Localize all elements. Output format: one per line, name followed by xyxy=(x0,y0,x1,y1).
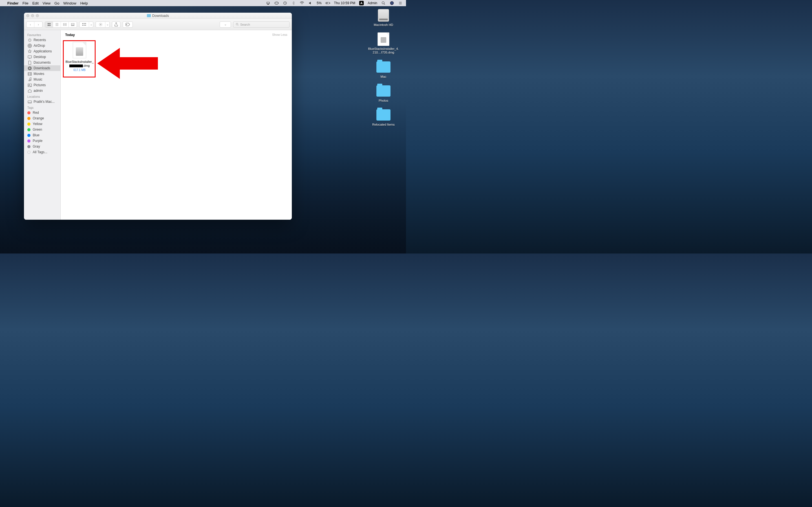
zoom-window-button[interactable] xyxy=(36,14,39,17)
sidebar-item-downloads[interactable]: Downloads xyxy=(24,65,60,71)
sidebar-icon xyxy=(28,49,32,53)
battery-icon[interactable] xyxy=(326,1,330,5)
sidebar-item-airdrop[interactable]: AirDrop xyxy=(24,43,60,48)
menu-help[interactable]: Help xyxy=(80,1,88,5)
svg-rect-35 xyxy=(28,101,32,103)
sidebar-item-recents[interactable]: Recents xyxy=(24,37,60,43)
app-name[interactable]: Finder xyxy=(7,1,18,5)
file-size: 617.1 MB xyxy=(73,68,86,71)
sidebar-tag-green[interactable]: Green xyxy=(24,127,60,132)
desktop-item-label: BlueStacksInstaller_4.210....f735.dmg xyxy=(368,47,399,54)
svg-rect-9 xyxy=(49,23,50,24)
action-menu-button[interactable]: ⌄ xyxy=(96,21,110,27)
sidebar-item-admin[interactable]: admin xyxy=(24,88,60,94)
spotlight-icon[interactable] xyxy=(381,1,386,5)
sidebar-tag-yellow[interactable]: Yellow xyxy=(24,121,60,127)
menu-view[interactable]: View xyxy=(43,1,50,5)
group-by-button[interactable]: ⌄ xyxy=(79,21,93,27)
column-view-button[interactable] xyxy=(61,22,69,27)
siri-icon[interactable] xyxy=(390,1,394,5)
svg-point-0 xyxy=(275,2,278,4)
show-less-button[interactable]: Show Less xyxy=(272,33,287,37)
sidebar-icon xyxy=(28,77,32,81)
sidebar-item-pictures[interactable]: Pictures xyxy=(24,82,60,88)
sidebar-tag-label: Orange xyxy=(33,116,44,120)
sidebar-item-applications[interactable]: Applications xyxy=(24,48,60,54)
finder-toolbar: ‹ › ⌄ ⌄ xyxy=(24,19,292,30)
notification-center-icon[interactable] xyxy=(398,1,403,5)
sidebar-item-label: Pictures xyxy=(34,83,46,87)
tag-dot-icon xyxy=(28,134,31,137)
svg-rect-19 xyxy=(82,25,83,25)
svg-point-23 xyxy=(126,24,127,25)
wifi-icon[interactable] xyxy=(300,1,304,5)
list-view-button[interactable] xyxy=(53,22,61,27)
tag-dot-icon xyxy=(28,145,31,148)
sidebar-location-item[interactable]: Pratik's Mac... xyxy=(24,99,60,105)
user-switcher-icon[interactable]: A xyxy=(359,1,364,5)
sidebar-tag-alltags[interactable]: All Tags... xyxy=(24,149,60,155)
svg-rect-21 xyxy=(85,25,86,25)
svg-rect-11 xyxy=(49,25,50,26)
svg-rect-3 xyxy=(329,3,330,3)
sidebar-item-music[interactable]: Music xyxy=(24,76,60,82)
back-button[interactable]: ‹ xyxy=(27,22,35,27)
time-machine-icon[interactable] xyxy=(283,1,287,5)
gallery-view-button[interactable] xyxy=(69,22,77,27)
sidebar-icon xyxy=(28,38,32,42)
desktop-item-macintosh-hd[interactable]: Macintosh HD xyxy=(373,8,393,27)
file-name: BlueStacksInstaller_.dmg xyxy=(64,60,94,68)
svg-rect-14 xyxy=(72,25,73,26)
desktop-item-photos-folder[interactable]: Photos xyxy=(376,84,391,103)
sidebar-tag-red[interactable]: Red xyxy=(24,110,60,115)
bluetooth-icon[interactable] xyxy=(291,1,296,5)
menu-go[interactable]: Go xyxy=(54,1,59,5)
menubar-clock[interactable]: Thu 10:59 PM xyxy=(334,1,355,5)
volume-icon[interactable] xyxy=(308,1,313,5)
desktop-item-mac-folder[interactable]: Mac xyxy=(376,60,391,78)
menu-file[interactable]: File xyxy=(22,1,29,5)
airplay-icon[interactable] xyxy=(266,1,270,5)
window-titlebar[interactable]: Downloads xyxy=(24,13,292,19)
desktop-item-bluestacks-dmg[interactable]: BlueStacksInstaller_4.210....f735.dmg xyxy=(368,33,399,54)
desktop-item-relocated-folder[interactable]: Relocated Items xyxy=(372,108,395,126)
menu-window[interactable]: Window xyxy=(63,1,76,5)
window-title: Downloads xyxy=(152,14,169,18)
svg-rect-13 xyxy=(71,25,72,26)
sidebar-item-documents[interactable]: Documents xyxy=(24,60,60,65)
sidebar-item-label: Documents xyxy=(34,61,51,64)
menubar-username[interactable]: Admin xyxy=(368,1,377,5)
share-button[interactable] xyxy=(112,21,120,27)
tag-dot-icon xyxy=(28,128,31,131)
menubar: Finder File Edit View Go Window Help 5% … xyxy=(0,0,406,6)
svg-rect-12 xyxy=(71,23,74,25)
creative-cloud-icon[interactable] xyxy=(274,1,279,5)
finder-content[interactable]: Today Show Less BlueStacksInstaller_.dmg… xyxy=(61,30,292,220)
battery-percent: 5% xyxy=(317,1,321,5)
tag-dot-icon xyxy=(28,151,31,154)
tags-button[interactable] xyxy=(123,21,133,27)
search-field[interactable]: Search xyxy=(233,21,290,27)
sidebar-item-label: Desktop xyxy=(34,55,46,59)
sidebar-tag-blue[interactable]: Blue xyxy=(24,132,60,138)
sidebar-item-movies[interactable]: Movies xyxy=(24,71,60,76)
svg-point-22 xyxy=(100,24,101,25)
minimize-window-button[interactable] xyxy=(31,14,34,17)
file-item-bluestacks-dmg[interactable]: BlueStacksInstaller_.dmg 617.1 MB xyxy=(64,41,95,71)
path-dropdown[interactable]: ⌄ xyxy=(220,21,231,27)
search-placeholder: Search xyxy=(240,23,250,26)
forward-button[interactable]: › xyxy=(35,22,42,27)
folder-icon xyxy=(147,14,151,17)
redacted-text xyxy=(69,64,83,67)
menu-edit[interactable]: Edit xyxy=(33,1,39,5)
sidebar-tag-orange[interactable]: Orange xyxy=(24,115,60,121)
icon-view-button[interactable] xyxy=(45,22,53,27)
chevron-down-icon: ⌄ xyxy=(105,22,109,27)
sidebar-tag-gray[interactable]: Gray xyxy=(24,144,60,149)
sidebar-item-desktop[interactable]: Desktop xyxy=(24,54,60,60)
window-traffic-lights xyxy=(26,14,39,17)
close-window-button[interactable] xyxy=(26,14,29,17)
svg-point-6 xyxy=(390,1,394,5)
sidebar-tag-purple[interactable]: Purple xyxy=(24,138,60,144)
svg-rect-8 xyxy=(48,23,49,24)
